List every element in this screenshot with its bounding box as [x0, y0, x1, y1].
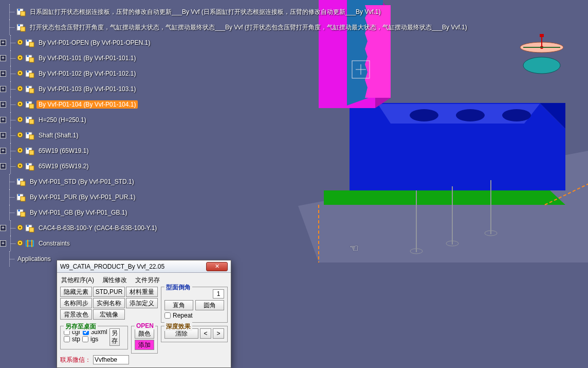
tree-item[interactable]: +By Vvf-P01-104 (By Vvf-P01-104.1)	[0, 97, 469, 112]
tree-item-label[interactable]: Constraints	[36, 239, 72, 248]
tree-connector	[7, 35, 16, 50]
tree-item[interactable]: 日系圆缸打开状态根据连接板，压臂的修改自动更新___By Vvf (日系圆缸打开…	[0, 4, 469, 20]
expander-icon[interactable]: +	[0, 117, 6, 123]
tree-connector	[6, 4, 15, 20]
gear-icon	[16, 224, 24, 233]
tree-item-label[interactable]: By Vvf-P01-104 (By Vvf-P01-104.1)	[36, 100, 138, 109]
dialog-titlebar[interactable]: W9_CATIA_PRODUCT_By Vvf_22.05 ✕	[57, 260, 231, 273]
tree-item[interactable]: +By Vvf-P01-103 (By Vvf-P01-103.1)	[0, 81, 469, 97]
tree-item[interactable]: +Shaft (Shaft.1)	[0, 128, 469, 143]
part-icon	[25, 162, 34, 171]
tree-item-label[interactable]: By Vvf-P01_GB (By Vvf-P01_GB.1)	[28, 208, 129, 217]
btn-sync[interactable]: 名称同步	[60, 298, 92, 308]
tree-item[interactable]: +By Vvf-P01-OPEN (By Vvf-P01-OPEN.1)	[0, 35, 469, 50]
input-contact[interactable]	[93, 355, 129, 364]
svg-point-54	[19, 103, 21, 105]
tree-item-label[interactable]: 65W19 (65W19.2)	[36, 162, 90, 170]
lbl-contact: 联系微信：	[60, 356, 91, 364]
svg-point-37	[27, 40, 29, 42]
chk-repeat[interactable]	[164, 312, 171, 319]
tree-connector	[7, 128, 16, 143]
svg-point-39	[19, 57, 21, 59]
tree-item-label[interactable]: CAC4-B-63B-100-Y (CAC4-B-63B-100-Y.1)	[36, 224, 159, 232]
svg-point-64	[19, 134, 21, 136]
tree-item-label[interactable]: 打开状态包含压臂打开角度，气缸摆动最大状态，气缸摆动最终状态___By Vvf …	[28, 23, 469, 32]
tree-item[interactable]: +65W19 (65W19.1)	[0, 143, 469, 159]
tree-item-label[interactable]: By Vvf-P01-103 (By Vvf-P01-103.1)	[36, 85, 138, 93]
svg-rect-76	[29, 166, 34, 170]
chamfer-value[interactable]	[213, 289, 224, 299]
tree-connector	[6, 189, 15, 205]
expander-icon[interactable]: +	[0, 132, 6, 138]
expander-icon[interactable]: +	[0, 55, 6, 61]
chk-igs[interactable]	[82, 336, 88, 342]
btn-color[interactable]: 颜色	[135, 328, 154, 339]
tree-item[interactable]: +CAC4-B-63B-100-Y (CAC4-B-63B-100-Y.1)	[0, 220, 469, 236]
expander-icon[interactable]: +	[0, 148, 6, 154]
svg-point-83	[18, 194, 20, 196]
chk-stp[interactable]	[64, 336, 70, 342]
menu-prop[interactable]: 属性修改	[102, 276, 127, 285]
btn-round[interactable]: 圆角	[195, 300, 224, 310]
close-button[interactable]: ✕	[206, 262, 228, 271]
expander-icon[interactable]: +	[0, 225, 6, 231]
tree-item-label[interactable]: By Vvf-P01-OPEN (By Vvf-P01-OPEN.1)	[36, 39, 152, 47]
compass-widget[interactable]	[516, 32, 567, 83]
svg-point-59	[19, 118, 21, 120]
expander-icon[interactable]: +	[0, 71, 6, 77]
tree-item[interactable]: +H=250 (H=250.1)	[0, 112, 469, 128]
svg-point-52	[27, 86, 29, 88]
btn-mirror[interactable]: 宏镜像	[93, 309, 125, 320]
expander-icon[interactable]: +	[0, 86, 6, 92]
btn-hide[interactable]: 隐藏元素	[60, 287, 92, 297]
tree-item-label[interactable]: 65W19 (65W19.1)	[36, 147, 90, 155]
btn-straight[interactable]: 直角	[164, 300, 193, 310]
part-icon	[25, 115, 34, 125]
svg-point-62	[27, 117, 29, 119]
svg-point-44	[19, 72, 21, 74]
tree-item-label[interactable]: H=250 (H=250.1)	[36, 116, 88, 124]
tree-connector	[6, 251, 15, 267]
svg-point-77	[27, 163, 29, 165]
tree-item-label[interactable]: 日系圆缸打开状态根据连接板，压臂的修改自动更新___By Vvf (日系圆缸打开…	[28, 7, 383, 17]
expander-icon[interactable]: +	[0, 40, 6, 46]
svg-rect-79	[21, 181, 25, 186]
plugin-dialog[interactable]: W9_CATIA_PRODUCT_By Vvf_22.05 ✕ 其他程序(A) …	[57, 260, 231, 368]
menu-other[interactable]: 其他程序(A)	[61, 276, 94, 285]
part-icon	[16, 208, 26, 217]
lbl-stp: stp	[72, 336, 80, 343]
tree-item[interactable]: +Constraints	[0, 236, 469, 251]
btn-save-desktop[interactable]: 另 存	[109, 328, 120, 346]
tree-item[interactable]: +By Vvf-P01-101 (By Vvf-P01-101.1)	[0, 50, 469, 66]
btn-lt[interactable]: <	[200, 328, 211, 339]
expander-icon[interactable]: +	[0, 101, 6, 108]
tree-item-label[interactable]: By Vvf-P01-102 (By Vvf-P01-102.1)	[36, 69, 138, 78]
menu-saveas[interactable]: 文件另存	[135, 276, 160, 285]
tree-item[interactable]: +65W19 (65W19.2)	[0, 159, 469, 174]
expander-icon[interactable]: +	[0, 240, 6, 247]
tree-item-label[interactable]: By Vvf-P01-101 (By Vvf-P01-101.1)	[36, 54, 138, 62]
tree-item-label[interactable]: By Vvf-P01_STD (By Vvf-P01_STD.1)	[28, 178, 136, 186]
btn-add[interactable]: 添加	[135, 340, 154, 350]
tree-item[interactable]: By Vvf-P01_PUR (By Vvf-P01_PUR.1)	[0, 189, 469, 205]
tree-item-label[interactable]: Applications	[15, 255, 53, 263]
tree-item[interactable]: By Vvf-P01_STD (By Vvf-P01_STD.1)	[0, 174, 469, 189]
expander-icon[interactable]: +	[0, 163, 6, 169]
btn-inst[interactable]: 实例名称	[93, 298, 125, 308]
btn-adddef[interactable]: 添加定义	[126, 298, 158, 308]
btn-weight[interactable]: 材料重量	[126, 287, 158, 297]
tree-connector	[7, 66, 16, 81]
part-icon	[25, 223, 34, 233]
tree-item[interactable]: 打开状态包含压臂打开角度，气缸摆动最大状态，气缸摆动最终状态___By Vvf …	[0, 20, 469, 35]
svg-point-21	[523, 57, 560, 74]
specification-tree[interactable]: 日系圆缸打开状态根据连接板，压臂的修改自动更新___By Vvf (日系圆缸打开…	[0, 0, 469, 267]
btn-bg[interactable]: 背景改色	[60, 309, 92, 320]
tree-item[interactable]: +By Vvf-P01-102 (By Vvf-P01-102.1)	[0, 66, 469, 81]
tree-item-label[interactable]: Shaft (Shaft.1)	[36, 131, 80, 139]
btn-gt[interactable]: >	[213, 328, 224, 339]
svg-point-72	[27, 148, 29, 150]
tree-item-label[interactable]: By Vvf-P01_PUR (By Vvf-P01_PUR.1)	[28, 193, 137, 201]
tree-item[interactable]: By Vvf-P01_GB (By Vvf-P01_GB.1)	[0, 205, 469, 220]
legend-open: OPEN	[135, 322, 155, 329]
btn-stdpur[interactable]: STD,PUR	[93, 287, 125, 297]
